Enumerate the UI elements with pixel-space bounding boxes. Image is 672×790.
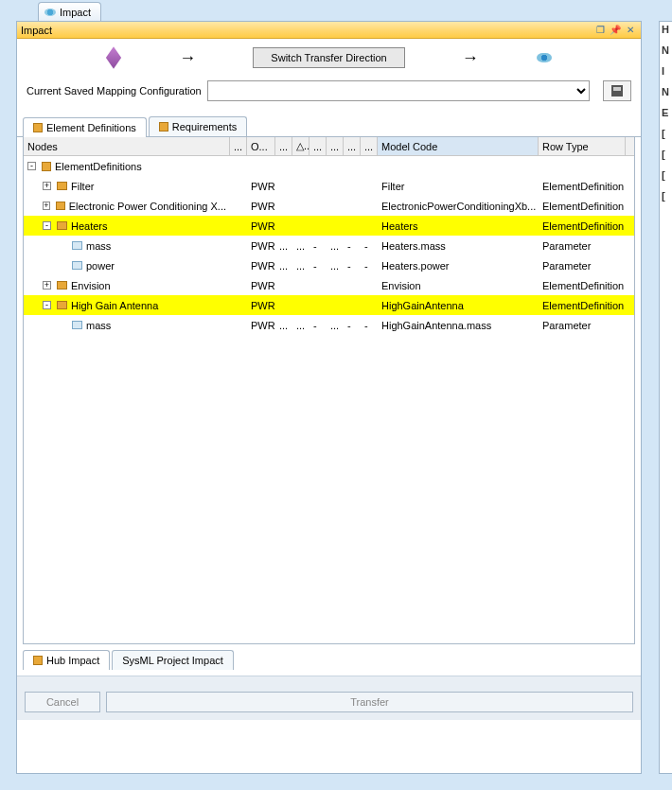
grid: Nodes ... O... ... △... ... ... ... ... … bbox=[23, 137, 635, 644]
col-dot[interactable]: ... bbox=[230, 137, 247, 155]
property-icon bbox=[72, 321, 82, 329]
expand-icon[interactable]: + bbox=[43, 202, 50, 210]
tab-element-definitions[interactable]: Element Definitions bbox=[23, 117, 147, 137]
table-row[interactable]: massPWR......-...--Heaters.massParameter bbox=[24, 236, 634, 255]
cell: ... bbox=[327, 258, 344, 273]
col-dot[interactable]: ... bbox=[344, 137, 361, 155]
collapse-icon[interactable]: - bbox=[27, 162, 36, 170]
col-dot[interactable]: ... bbox=[361, 137, 378, 155]
cell-nodes: mass bbox=[24, 238, 230, 254]
cell bbox=[230, 184, 247, 188]
restore-icon[interactable]: ❐ bbox=[593, 24, 607, 37]
cell bbox=[275, 284, 292, 288]
node-label: ElementDefinitions bbox=[55, 161, 142, 172]
col-owner[interactable]: O... bbox=[247, 137, 275, 155]
col-dot[interactable]: ... bbox=[327, 137, 344, 155]
cell bbox=[292, 304, 309, 307]
table-row[interactable]: -HeatersPWRHeatersElementDefinition bbox=[24, 216, 634, 236]
col-dot[interactable]: ... bbox=[309, 137, 327, 155]
node-label: Electronic Power Conditioning X... bbox=[69, 201, 226, 212]
tab-impact-label: Impact bbox=[60, 7, 91, 18]
cell bbox=[327, 204, 344, 208]
property-icon bbox=[72, 241, 82, 250]
tab-sysml-project-impact[interactable]: SysML Project Impact bbox=[112, 650, 234, 670]
cell-row-type: Parameter bbox=[539, 258, 626, 273]
node-label: mass bbox=[86, 240, 111, 252]
cell-row-type: Parameter bbox=[539, 238, 626, 254]
arrow-right-icon: → bbox=[179, 49, 196, 66]
col-dot[interactable]: ... bbox=[275, 137, 292, 155]
cell: - bbox=[344, 238, 361, 254]
tab-impact[interactable]: Impact bbox=[38, 2, 101, 21]
package-icon bbox=[42, 162, 51, 171]
node-label: Filter bbox=[71, 181, 94, 192]
col-row-type[interactable]: Row Type bbox=[539, 137, 626, 155]
close-icon[interactable]: ✕ bbox=[624, 24, 637, 37]
cell bbox=[344, 184, 361, 188]
right-panel-sliver: HNINE[[[[ bbox=[659, 21, 672, 774]
table-row[interactable]: +EnvisionPWREnvisionElementDefinition bbox=[24, 275, 634, 295]
cell-model-code: HighGainAntenna bbox=[378, 298, 539, 313]
tab-requirements[interactable]: Requirements bbox=[149, 116, 247, 136]
cell: - bbox=[344, 318, 361, 333]
cell bbox=[361, 224, 378, 228]
table-row[interactable]: -ElementDefinitions bbox=[24, 156, 634, 176]
table-row[interactable]: +FilterPWRFilterElementDefinition bbox=[24, 176, 634, 196]
node-label: High Gain Antenna bbox=[71, 300, 158, 311]
cell: ... bbox=[275, 258, 292, 273]
cell bbox=[292, 184, 309, 188]
table-row[interactable]: +Electronic Power Conditioning X...PWREl… bbox=[24, 196, 634, 216]
cube-icon[interactable] bbox=[105, 49, 122, 66]
cell-nodes: +Filter bbox=[24, 179, 230, 194]
switch-transfer-direction-button[interactable]: Switch Transfer Direction bbox=[253, 47, 404, 68]
mapping-config-row: Current Saved Mapping Configuration bbox=[17, 77, 641, 109]
col-model-code[interactable]: Model Code bbox=[378, 137, 539, 155]
cell-nodes: +Electronic Power Conditioning X... bbox=[24, 199, 230, 214]
cell: ... bbox=[327, 238, 344, 254]
folder-icon bbox=[57, 281, 67, 290]
grid-header: Nodes ... O... ... △... ... ... ... ... … bbox=[24, 137, 634, 156]
cell bbox=[344, 304, 361, 307]
pin-icon[interactable]: 📌 bbox=[609, 24, 622, 37]
transfer-button[interactable]: Transfer bbox=[106, 692, 633, 712]
eye-target-icon[interactable] bbox=[536, 49, 553, 66]
table-row[interactable]: powerPWR......-...--Heaters.powerParamet… bbox=[24, 255, 634, 275]
cell: - bbox=[361, 238, 378, 254]
cell bbox=[292, 165, 309, 168]
cell bbox=[327, 165, 344, 168]
cell-model-code: Heaters.power bbox=[378, 258, 539, 273]
tab-hub-impact[interactable]: Hub Impact bbox=[23, 650, 110, 670]
cancel-button[interactable]: Cancel bbox=[25, 692, 100, 712]
table-row[interactable]: -High Gain AntennaPWRHighGainAntennaElem… bbox=[24, 295, 634, 315]
table-row[interactable]: massPWR......-...--HighGainAntenna.massP… bbox=[24, 315, 634, 335]
cell: ... bbox=[292, 238, 309, 254]
cell bbox=[344, 165, 361, 168]
cell bbox=[230, 304, 247, 307]
app-tab-strip: Impact bbox=[38, 2, 101, 21]
col-nodes[interactable]: Nodes bbox=[24, 137, 230, 155]
cell-nodes: -ElementDefinitions bbox=[24, 159, 230, 174]
cell bbox=[344, 204, 361, 208]
node-label: mass bbox=[86, 320, 111, 331]
cell bbox=[309, 184, 327, 188]
cell-row-type: ElementDefinition bbox=[539, 199, 626, 214]
mapping-config-select[interactable] bbox=[207, 80, 590, 101]
save-config-button[interactable] bbox=[603, 80, 631, 101]
collapse-icon[interactable]: - bbox=[43, 221, 51, 230]
collapse-icon[interactable]: - bbox=[43, 301, 51, 309]
cell bbox=[309, 224, 327, 228]
cell-row-type: Parameter bbox=[539, 318, 626, 333]
cell bbox=[230, 284, 247, 288]
cell: ... bbox=[275, 238, 292, 254]
cell-model-code: Filter bbox=[378, 179, 539, 194]
col-tri[interactable]: △... bbox=[292, 137, 309, 155]
cell bbox=[292, 224, 309, 228]
cell bbox=[327, 284, 344, 288]
panel-titlebar: Impact ❐ 📌 ✕ bbox=[17, 22, 641, 39]
expand-icon[interactable]: + bbox=[43, 182, 51, 190]
cell-nodes: -High Gain Antenna bbox=[24, 298, 230, 313]
cell: ... bbox=[292, 258, 309, 273]
cell bbox=[292, 204, 309, 208]
node-label: Envision bbox=[71, 280, 111, 291]
expand-icon[interactable]: + bbox=[43, 281, 51, 290]
